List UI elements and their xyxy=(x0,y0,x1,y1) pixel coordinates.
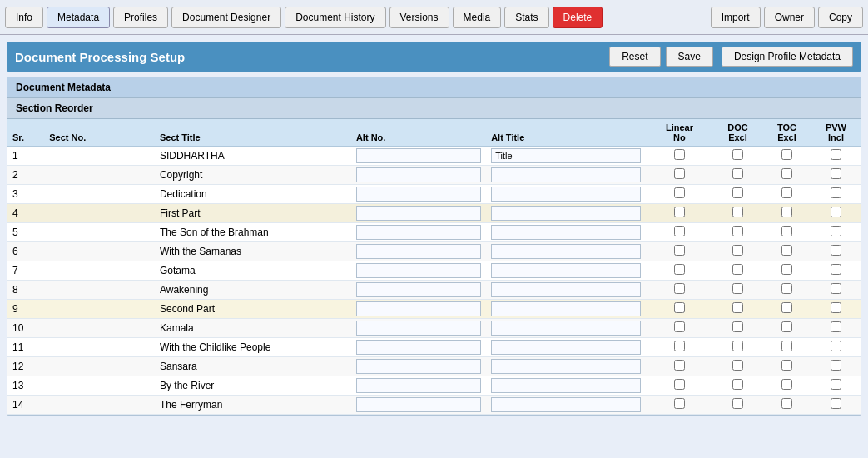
cell-linear-no[interactable] xyxy=(646,319,713,338)
cell-linear-no[interactable] xyxy=(646,261,713,281)
cell-alt-no[interactable] xyxy=(351,396,486,415)
doc-excl-checkbox[interactable] xyxy=(732,321,743,332)
pvw-incl-checkbox[interactable] xyxy=(831,360,841,371)
cell-linear-no[interactable] xyxy=(646,204,713,223)
doc-excl-checkbox[interactable] xyxy=(732,245,743,256)
alt-no-input[interactable] xyxy=(356,167,481,182)
linear-no-checkbox[interactable] xyxy=(674,379,685,390)
cell-alt-no[interactable] xyxy=(351,242,486,261)
cell-alt-title[interactable] xyxy=(486,242,646,261)
linear-no-checkbox[interactable] xyxy=(674,245,685,256)
doc-excl-checkbox[interactable] xyxy=(732,168,743,179)
pvw-incl-checkbox[interactable] xyxy=(831,321,841,332)
cell-alt-no[interactable] xyxy=(351,376,486,396)
cell-alt-no[interactable] xyxy=(351,338,486,357)
cell-alt-no[interactable] xyxy=(351,223,486,242)
cell-alt-title[interactable] xyxy=(486,281,646,300)
cell-alt-title[interactable] xyxy=(486,147,646,166)
cell-alt-title[interactable] xyxy=(486,204,646,223)
alt-title-input[interactable] xyxy=(491,167,641,182)
cell-toc-excl[interactable] xyxy=(762,223,811,242)
cell-alt-title[interactable] xyxy=(486,166,646,185)
cell-linear-no[interactable] xyxy=(646,376,713,396)
cell-doc-excl[interactable] xyxy=(713,357,762,376)
alt-title-input[interactable] xyxy=(491,263,641,278)
toc-excl-checkbox[interactable] xyxy=(781,379,792,390)
alt-title-input[interactable] xyxy=(491,148,641,163)
cell-toc-excl[interactable] xyxy=(762,242,811,261)
alt-no-input[interactable] xyxy=(356,301,481,316)
cell-pvw-incl[interactable] xyxy=(811,204,861,223)
nav-btn-delete[interactable]: Delete xyxy=(553,7,603,28)
cell-pvw-incl[interactable] xyxy=(811,300,861,319)
nav-btn-owner[interactable]: Owner xyxy=(764,7,815,28)
cell-doc-excl[interactable] xyxy=(713,396,762,415)
alt-no-input[interactable] xyxy=(356,263,481,278)
toc-excl-checkbox[interactable] xyxy=(781,245,792,256)
pvw-incl-checkbox[interactable] xyxy=(831,283,841,294)
design-profile-button[interactable]: Design Profile Metadata xyxy=(722,47,853,67)
nav-btn-profiles[interactable]: Profiles xyxy=(113,7,168,28)
cell-pvw-incl[interactable] xyxy=(811,185,861,204)
alt-no-input[interactable] xyxy=(356,397,481,412)
cell-toc-excl[interactable] xyxy=(762,147,811,166)
cell-linear-no[interactable] xyxy=(646,242,713,261)
doc-excl-checkbox[interactable] xyxy=(732,149,743,160)
cell-alt-no[interactable] xyxy=(351,319,486,338)
cell-toc-excl[interactable] xyxy=(762,300,811,319)
linear-no-checkbox[interactable] xyxy=(674,226,685,236)
reset-button[interactable]: Reset xyxy=(609,47,660,67)
toc-excl-checkbox[interactable] xyxy=(781,398,792,409)
cell-alt-no[interactable] xyxy=(351,357,486,376)
alt-title-input[interactable] xyxy=(491,282,641,297)
pvw-incl-checkbox[interactable] xyxy=(831,207,841,217)
alt-title-input[interactable] xyxy=(491,321,641,336)
pvw-incl-checkbox[interactable] xyxy=(831,302,841,313)
cell-alt-no[interactable] xyxy=(351,300,486,319)
toc-excl-checkbox[interactable] xyxy=(781,149,792,160)
alt-no-input[interactable] xyxy=(356,282,481,297)
cell-linear-no[interactable] xyxy=(646,357,713,376)
cell-alt-title[interactable] xyxy=(486,300,646,319)
cell-alt-title[interactable] xyxy=(486,357,646,376)
pvw-incl-checkbox[interactable] xyxy=(831,168,841,179)
cell-linear-no[interactable] xyxy=(646,147,713,166)
cell-doc-excl[interactable] xyxy=(713,338,762,357)
alt-no-input[interactable] xyxy=(356,378,481,393)
cell-linear-no[interactable] xyxy=(646,396,713,415)
toc-excl-checkbox[interactable] xyxy=(781,168,792,179)
cell-alt-title[interactable] xyxy=(486,261,646,281)
linear-no-checkbox[interactable] xyxy=(674,207,685,217)
cell-toc-excl[interactable] xyxy=(762,396,811,415)
nav-btn-stats[interactable]: Stats xyxy=(504,7,548,28)
alt-title-input[interactable] xyxy=(491,225,641,240)
alt-no-input[interactable] xyxy=(356,321,481,336)
linear-no-checkbox[interactable] xyxy=(674,341,685,351)
toc-excl-checkbox[interactable] xyxy=(781,207,792,217)
doc-excl-checkbox[interactable] xyxy=(732,341,743,351)
alt-no-input[interactable] xyxy=(356,244,481,259)
cell-doc-excl[interactable] xyxy=(713,242,762,261)
alt-title-input[interactable] xyxy=(491,244,641,259)
nav-btn-document-history[interactable]: Document History xyxy=(285,7,385,28)
nav-btn-info[interactable]: Info xyxy=(5,7,43,28)
alt-no-input[interactable] xyxy=(356,187,481,202)
nav-btn-import[interactable]: Import xyxy=(711,7,761,28)
cell-alt-no[interactable] xyxy=(351,261,486,281)
cell-linear-no[interactable] xyxy=(646,281,713,300)
cell-toc-excl[interactable] xyxy=(762,204,811,223)
toc-excl-checkbox[interactable] xyxy=(781,187,792,198)
doc-excl-checkbox[interactable] xyxy=(732,187,743,198)
doc-excl-checkbox[interactable] xyxy=(732,302,743,313)
doc-excl-checkbox[interactable] xyxy=(732,283,743,294)
toc-excl-checkbox[interactable] xyxy=(781,283,792,294)
pvw-incl-checkbox[interactable] xyxy=(831,149,841,160)
linear-no-checkbox[interactable] xyxy=(674,302,685,313)
cell-toc-excl[interactable] xyxy=(762,319,811,338)
cell-pvw-incl[interactable] xyxy=(811,281,861,300)
cell-toc-excl[interactable] xyxy=(762,338,811,357)
alt-title-input[interactable] xyxy=(491,359,641,374)
cell-alt-title[interactable] xyxy=(486,338,646,357)
toc-excl-checkbox[interactable] xyxy=(781,360,792,371)
cell-alt-no[interactable] xyxy=(351,185,486,204)
